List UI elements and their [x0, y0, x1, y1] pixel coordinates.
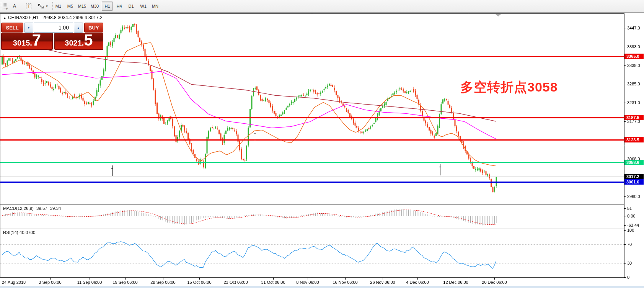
- macd-indicator-label: MACD(12,26,9) -39.57 -39.34: [3, 206, 61, 211]
- toolbar: F A T ▼ M1 M5 M15 M30 H1 H4 D1 W1 MN: [0, 0, 644, 13]
- bid-integer: 3015: [13, 39, 30, 47]
- chart-shift-marker-icon[interactable]: [496, 14, 501, 16]
- rsi-indicator-label: RSI(14) 40.0700: [3, 230, 35, 235]
- volume-increase-button[interactable]: ▲: [74, 23, 83, 33]
- timeframe-m1-button[interactable]: M1: [53, 2, 64, 11]
- text-label-tool-button[interactable]: A: [11, 2, 18, 11]
- ohlc-values: 2998.8 3034.4 2996.4 3017.2: [42, 15, 103, 20]
- symbol-period-label: CHINA300-,H1: [8, 15, 39, 20]
- timeframe-mn-button[interactable]: MN: [150, 2, 161, 11]
- chevron-down-icon: ▼: [46, 5, 49, 8]
- timeframe-m5-button[interactable]: M5: [65, 2, 76, 11]
- sell-button[interactable]: SELL: [1, 23, 23, 33]
- trading-app-window: F A T ▼ M1 M5 M15 M30 H1 H4 D1 W1 MN ▲CH…: [0, 0, 644, 288]
- chart-header: ▲CHINA300-,H12998.8 3034.4 2996.4 3017.2: [3, 15, 103, 20]
- bid-price-panel[interactable]: 3015.7: [1, 33, 53, 50]
- chart-text-annotation: 多空转折点3058: [460, 79, 558, 96]
- timeframe-d1-button[interactable]: D1: [126, 2, 137, 11]
- diagonal-arrows-icon: [37, 3, 44, 9]
- textbox-tool-button[interactable]: T: [24, 2, 33, 11]
- timeframe-w1-button[interactable]: W1: [138, 2, 149, 11]
- one-click-trading-panel: SELL ▼ ▲ BUY 3015.7 3021.5: [1, 23, 103, 50]
- collapse-triangle-icon[interactable]: ▲: [3, 16, 7, 20]
- boxed-t-icon: T: [26, 3, 32, 9]
- letter-a-icon: A: [13, 3, 16, 9]
- ask-price-panel[interactable]: 3021.5: [54, 33, 103, 50]
- timeframe-m30-button[interactable]: M30: [89, 2, 100, 11]
- grid-f-icon[interactable]: F: [1, 2, 9, 11]
- timeframe-h4-button[interactable]: H4: [114, 2, 125, 11]
- bid-fraction: 7: [32, 33, 41, 47]
- ask-integer: 3021: [65, 39, 82, 47]
- timeframe-m15-button[interactable]: M15: [77, 2, 88, 11]
- svg-text:F: F: [6, 7, 8, 10]
- ask-fraction: 5: [84, 33, 93, 47]
- cursor-tool-button[interactable]: ▼: [36, 2, 50, 11]
- timeframe-h1-button[interactable]: H1: [102, 2, 113, 11]
